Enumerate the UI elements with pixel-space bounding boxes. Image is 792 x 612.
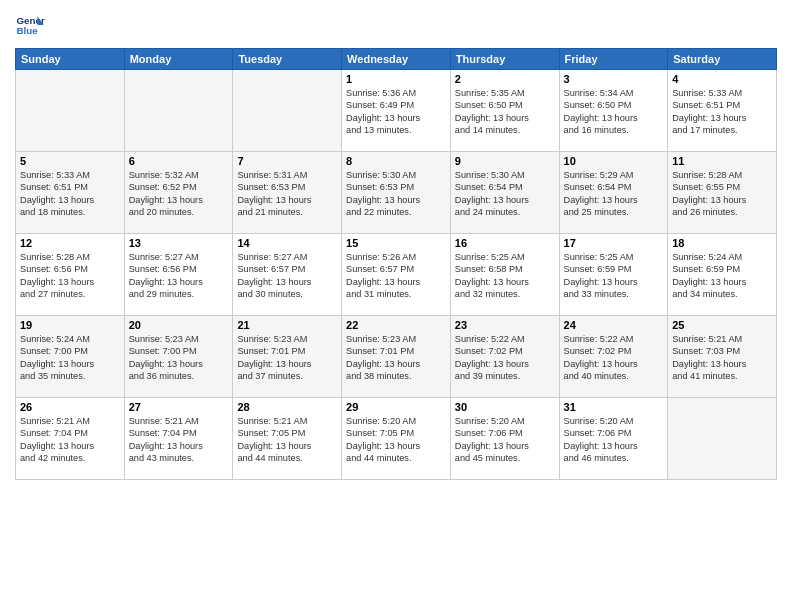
day-number: 24 bbox=[564, 319, 664, 331]
calendar-cell: 12Sunrise: 5:28 AM Sunset: 6:56 PM Dayli… bbox=[16, 234, 125, 316]
calendar-cell: 4Sunrise: 5:33 AM Sunset: 6:51 PM Daylig… bbox=[668, 70, 777, 152]
day-info: Sunrise: 5:23 AM Sunset: 7:00 PM Dayligh… bbox=[129, 333, 229, 383]
calendar-cell: 10Sunrise: 5:29 AM Sunset: 6:54 PM Dayli… bbox=[559, 152, 668, 234]
day-number: 21 bbox=[237, 319, 337, 331]
day-info: Sunrise: 5:30 AM Sunset: 6:54 PM Dayligh… bbox=[455, 169, 555, 219]
day-number: 25 bbox=[672, 319, 772, 331]
calendar-header-monday: Monday bbox=[124, 49, 233, 70]
day-number: 16 bbox=[455, 237, 555, 249]
logo-icon: General Blue bbox=[15, 10, 45, 40]
day-number: 11 bbox=[672, 155, 772, 167]
day-info: Sunrise: 5:20 AM Sunset: 7:06 PM Dayligh… bbox=[455, 415, 555, 465]
calendar-cell bbox=[668, 398, 777, 480]
svg-text:Blue: Blue bbox=[17, 25, 39, 36]
calendar-cell: 29Sunrise: 5:20 AM Sunset: 7:05 PM Dayli… bbox=[342, 398, 451, 480]
day-info: Sunrise: 5:36 AM Sunset: 6:49 PM Dayligh… bbox=[346, 87, 446, 137]
day-info: Sunrise: 5:28 AM Sunset: 6:56 PM Dayligh… bbox=[20, 251, 120, 301]
day-info: Sunrise: 5:23 AM Sunset: 7:01 PM Dayligh… bbox=[237, 333, 337, 383]
day-info: Sunrise: 5:28 AM Sunset: 6:55 PM Dayligh… bbox=[672, 169, 772, 219]
calendar-header-friday: Friday bbox=[559, 49, 668, 70]
day-info: Sunrise: 5:24 AM Sunset: 6:59 PM Dayligh… bbox=[672, 251, 772, 301]
calendar-cell: 21Sunrise: 5:23 AM Sunset: 7:01 PM Dayli… bbox=[233, 316, 342, 398]
calendar-cell: 26Sunrise: 5:21 AM Sunset: 7:04 PM Dayli… bbox=[16, 398, 125, 480]
day-info: Sunrise: 5:22 AM Sunset: 7:02 PM Dayligh… bbox=[455, 333, 555, 383]
day-number: 10 bbox=[564, 155, 664, 167]
day-number: 27 bbox=[129, 401, 229, 413]
day-info: Sunrise: 5:22 AM Sunset: 7:02 PM Dayligh… bbox=[564, 333, 664, 383]
page-container: General Blue SundayMondayTuesdayWednesda… bbox=[0, 0, 792, 612]
day-info: Sunrise: 5:25 AM Sunset: 6:58 PM Dayligh… bbox=[455, 251, 555, 301]
calendar-cell bbox=[124, 70, 233, 152]
day-info: Sunrise: 5:24 AM Sunset: 7:00 PM Dayligh… bbox=[20, 333, 120, 383]
calendar-cell: 28Sunrise: 5:21 AM Sunset: 7:05 PM Dayli… bbox=[233, 398, 342, 480]
calendar-cell: 25Sunrise: 5:21 AM Sunset: 7:03 PM Dayli… bbox=[668, 316, 777, 398]
day-number: 18 bbox=[672, 237, 772, 249]
day-number: 13 bbox=[129, 237, 229, 249]
day-number: 4 bbox=[672, 73, 772, 85]
day-info: Sunrise: 5:32 AM Sunset: 6:52 PM Dayligh… bbox=[129, 169, 229, 219]
day-info: Sunrise: 5:31 AM Sunset: 6:53 PM Dayligh… bbox=[237, 169, 337, 219]
calendar-cell: 3Sunrise: 5:34 AM Sunset: 6:50 PM Daylig… bbox=[559, 70, 668, 152]
calendar-cell: 19Sunrise: 5:24 AM Sunset: 7:00 PM Dayli… bbox=[16, 316, 125, 398]
day-number: 14 bbox=[237, 237, 337, 249]
day-number: 9 bbox=[455, 155, 555, 167]
calendar-header-saturday: Saturday bbox=[668, 49, 777, 70]
day-number: 12 bbox=[20, 237, 120, 249]
calendar-cell: 22Sunrise: 5:23 AM Sunset: 7:01 PM Dayli… bbox=[342, 316, 451, 398]
day-number: 29 bbox=[346, 401, 446, 413]
logo: General Blue bbox=[15, 10, 49, 40]
day-info: Sunrise: 5:27 AM Sunset: 6:56 PM Dayligh… bbox=[129, 251, 229, 301]
calendar-header-tuesday: Tuesday bbox=[233, 49, 342, 70]
calendar-cell: 14Sunrise: 5:27 AM Sunset: 6:57 PM Dayli… bbox=[233, 234, 342, 316]
day-number: 1 bbox=[346, 73, 446, 85]
calendar-week-2: 5Sunrise: 5:33 AM Sunset: 6:51 PM Daylig… bbox=[16, 152, 777, 234]
calendar-cell: 16Sunrise: 5:25 AM Sunset: 6:58 PM Dayli… bbox=[450, 234, 559, 316]
day-number: 3 bbox=[564, 73, 664, 85]
calendar-cell: 18Sunrise: 5:24 AM Sunset: 6:59 PM Dayli… bbox=[668, 234, 777, 316]
calendar-cell: 11Sunrise: 5:28 AM Sunset: 6:55 PM Dayli… bbox=[668, 152, 777, 234]
calendar-table: SundayMondayTuesdayWednesdayThursdayFrid… bbox=[15, 48, 777, 480]
day-number: 7 bbox=[237, 155, 337, 167]
calendar-cell: 1Sunrise: 5:36 AM Sunset: 6:49 PM Daylig… bbox=[342, 70, 451, 152]
day-info: Sunrise: 5:21 AM Sunset: 7:05 PM Dayligh… bbox=[237, 415, 337, 465]
day-number: 31 bbox=[564, 401, 664, 413]
day-info: Sunrise: 5:30 AM Sunset: 6:53 PM Dayligh… bbox=[346, 169, 446, 219]
calendar-header-thursday: Thursday bbox=[450, 49, 559, 70]
day-info: Sunrise: 5:33 AM Sunset: 6:51 PM Dayligh… bbox=[672, 87, 772, 137]
day-info: Sunrise: 5:21 AM Sunset: 7:04 PM Dayligh… bbox=[20, 415, 120, 465]
calendar-cell: 20Sunrise: 5:23 AM Sunset: 7:00 PM Dayli… bbox=[124, 316, 233, 398]
calendar-cell: 31Sunrise: 5:20 AM Sunset: 7:06 PM Dayli… bbox=[559, 398, 668, 480]
calendar-cell: 15Sunrise: 5:26 AM Sunset: 6:57 PM Dayli… bbox=[342, 234, 451, 316]
calendar-cell: 2Sunrise: 5:35 AM Sunset: 6:50 PM Daylig… bbox=[450, 70, 559, 152]
header: General Blue bbox=[15, 10, 777, 40]
day-info: Sunrise: 5:34 AM Sunset: 6:50 PM Dayligh… bbox=[564, 87, 664, 137]
calendar-cell: 9Sunrise: 5:30 AM Sunset: 6:54 PM Daylig… bbox=[450, 152, 559, 234]
day-info: Sunrise: 5:23 AM Sunset: 7:01 PM Dayligh… bbox=[346, 333, 446, 383]
day-info: Sunrise: 5:25 AM Sunset: 6:59 PM Dayligh… bbox=[564, 251, 664, 301]
calendar-cell: 27Sunrise: 5:21 AM Sunset: 7:04 PM Dayli… bbox=[124, 398, 233, 480]
calendar-week-4: 19Sunrise: 5:24 AM Sunset: 7:00 PM Dayli… bbox=[16, 316, 777, 398]
day-info: Sunrise: 5:21 AM Sunset: 7:04 PM Dayligh… bbox=[129, 415, 229, 465]
calendar-cell: 24Sunrise: 5:22 AM Sunset: 7:02 PM Dayli… bbox=[559, 316, 668, 398]
calendar-week-5: 26Sunrise: 5:21 AM Sunset: 7:04 PM Dayli… bbox=[16, 398, 777, 480]
day-number: 8 bbox=[346, 155, 446, 167]
calendar-cell: 30Sunrise: 5:20 AM Sunset: 7:06 PM Dayli… bbox=[450, 398, 559, 480]
day-number: 6 bbox=[129, 155, 229, 167]
calendar-week-1: 1Sunrise: 5:36 AM Sunset: 6:49 PM Daylig… bbox=[16, 70, 777, 152]
calendar-header-wednesday: Wednesday bbox=[342, 49, 451, 70]
day-number: 17 bbox=[564, 237, 664, 249]
day-info: Sunrise: 5:29 AM Sunset: 6:54 PM Dayligh… bbox=[564, 169, 664, 219]
calendar-cell: 23Sunrise: 5:22 AM Sunset: 7:02 PM Dayli… bbox=[450, 316, 559, 398]
day-number: 28 bbox=[237, 401, 337, 413]
day-number: 2 bbox=[455, 73, 555, 85]
calendar-header-row: SundayMondayTuesdayWednesdayThursdayFrid… bbox=[16, 49, 777, 70]
day-info: Sunrise: 5:20 AM Sunset: 7:06 PM Dayligh… bbox=[564, 415, 664, 465]
calendar-header-sunday: Sunday bbox=[16, 49, 125, 70]
day-info: Sunrise: 5:21 AM Sunset: 7:03 PM Dayligh… bbox=[672, 333, 772, 383]
day-number: 19 bbox=[20, 319, 120, 331]
day-info: Sunrise: 5:26 AM Sunset: 6:57 PM Dayligh… bbox=[346, 251, 446, 301]
day-info: Sunrise: 5:35 AM Sunset: 6:50 PM Dayligh… bbox=[455, 87, 555, 137]
calendar-cell: 6Sunrise: 5:32 AM Sunset: 6:52 PM Daylig… bbox=[124, 152, 233, 234]
day-number: 15 bbox=[346, 237, 446, 249]
day-info: Sunrise: 5:20 AM Sunset: 7:05 PM Dayligh… bbox=[346, 415, 446, 465]
